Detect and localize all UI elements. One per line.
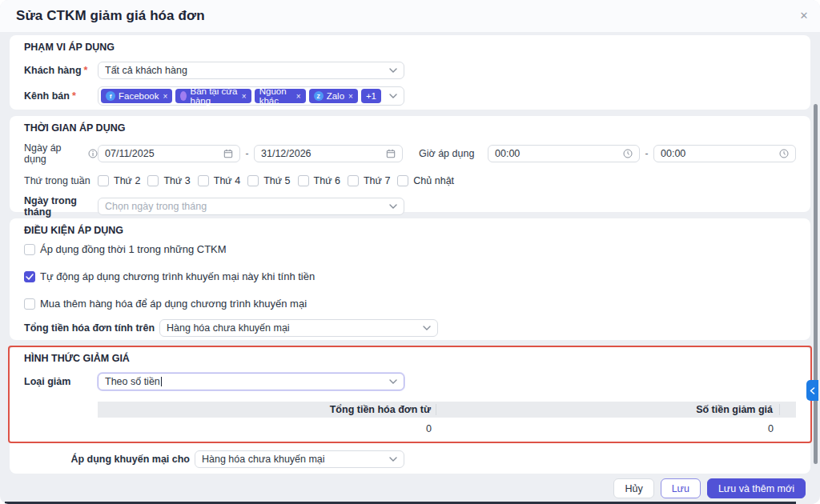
- cell-discount-amount[interactable]: 0: [436, 423, 780, 434]
- weekday-checkbox-sat[interactable]: Thứ 7: [348, 175, 390, 186]
- required-asterisk: *: [84, 65, 88, 76]
- weekday-checkbox-mon[interactable]: Thứ 2: [98, 175, 140, 186]
- column-header-discount-amount: Số tiền giảm giá: [436, 404, 780, 415]
- discount-section-title: HÌNH THỨC GIẢM GIÁ: [24, 353, 796, 364]
- modal-footer: Hủy Lưu Lưu và thêm mới: [14, 478, 806, 498]
- checkbox[interactable]: [247, 175, 259, 186]
- scope-section: PHẠM VI ÁP DỤNG Khách hàng* Tất cả khách…: [10, 35, 810, 110]
- info-icon[interactable]: [88, 149, 98, 158]
- hour-from-input[interactable]: 00:00: [488, 145, 640, 162]
- discount-section: HÌNH THỨC GIẢM GIÁ Loại giảm Theo số tiề…: [10, 346, 810, 474]
- apply-hour-label: Giờ áp dụng: [419, 148, 481, 159]
- condition-checkbox-auto-apply[interactable]: Tự động áp dụng chương trình khuyến mại …: [24, 270, 796, 282]
- weekday-checkbox-fri[interactable]: Thứ 6: [298, 175, 340, 186]
- apply-date-label: Ngày áp dụng: [24, 142, 98, 165]
- weekday-label: Thứ trong tuần: [24, 175, 98, 186]
- checkbox[interactable]: [298, 175, 309, 186]
- condition-checkbox-buy-more[interactable]: Mua thêm hàng hóa để áp dụng chương trìn…: [24, 298, 796, 310]
- chevron-down-icon: [389, 457, 397, 462]
- channel-tag-zalo[interactable]: Z Zalo ×: [309, 89, 358, 103]
- checkbox[interactable]: [397, 175, 408, 186]
- calendar-icon: [223, 149, 233, 158]
- checkbox[interactable]: [24, 244, 35, 255]
- channel-tag-other[interactable]: Nguồn khác ×: [255, 89, 306, 103]
- discount-tiers-table: Tổng tiền hóa đơn từ Số tiền giảm giá 0 …: [98, 402, 796, 440]
- weekday-checkbox-sun[interactable]: Chủ nhật: [397, 175, 454, 186]
- modal-header: Sửa CTKM giảm giá hóa đơn: [0, 0, 820, 32]
- table-row[interactable]: 0 0: [98, 418, 796, 440]
- modal-title: Sửa CTKM giảm giá hóa đơn: [16, 8, 205, 24]
- checkbox[interactable]: [98, 175, 109, 186]
- chevron-left-icon: [810, 387, 815, 394]
- channel-tag-facebook[interactable]: f Facebook ×: [101, 89, 172, 103]
- time-section-title: THỜI GIAN ÁP DỤNG: [24, 122, 796, 134]
- monthday-label: Ngày trong tháng: [24, 195, 98, 218]
- clock-icon: [623, 149, 633, 158]
- chevron-down-icon: [389, 94, 397, 98]
- table-header-row: Tổng tiền hóa đơn từ Số tiền giảm giá: [98, 402, 796, 418]
- customer-row: Khách hàng* Tất cả khách hàng: [24, 62, 796, 79]
- conditions-section: ĐIỀU KIỆN ÁP DỤNG Áp dụng đồng thời 1 tr…: [10, 218, 810, 340]
- chevron-down-icon: [389, 379, 397, 384]
- conditions-section-title: ĐIỀU KIỆN ÁP DỤNG: [24, 225, 796, 236]
- channel-multiselect[interactable]: f Facebook × Bán tại cửa hàng × Nguồn kh…: [98, 86, 404, 106]
- invoice-total-row: Tổng tiền hóa đơn tính trên Hàng hóa chư…: [24, 319, 796, 337]
- weekday-checkbox-thu[interactable]: Thứ 5: [247, 175, 290, 186]
- channel-tag-more[interactable]: +1: [361, 89, 381, 103]
- hour-range-separator: -: [640, 148, 653, 159]
- checkbox[interactable]: [24, 271, 35, 282]
- checkbox[interactable]: [348, 175, 359, 186]
- column-header-total-from: Tổng tiền hóa đơn từ: [98, 404, 436, 415]
- required-asterisk: *: [72, 90, 76, 102]
- hour-to-input[interactable]: 00:00: [653, 145, 796, 162]
- checkbox[interactable]: [147, 175, 159, 186]
- store-icon: [180, 91, 187, 101]
- date-from-input[interactable]: 07/11/2025: [98, 145, 240, 162]
- customer-label: Khách hàng*: [24, 65, 98, 76]
- condition-checkbox-concurrent[interactable]: Áp dụng đồng thời 1 trong những CTKM: [24, 243, 796, 255]
- discount-type-select[interactable]: Theo số tiền: [98, 373, 404, 390]
- clock-icon: [779, 149, 789, 158]
- column-header-spacer: [780, 404, 796, 415]
- time-section: THỜI GIAN ÁP DỤNG Ngày áp dụng 07/11/202…: [10, 116, 810, 212]
- collapse-panel-button[interactable]: [806, 380, 818, 401]
- invoice-total-select[interactable]: Hàng hóa chưa khuyến mại: [159, 319, 438, 337]
- customer-select[interactable]: Tất cả khách hàng: [98, 62, 404, 79]
- apply-to-row: Áp dụng khuyến mại cho Hàng hóa chưa khu…: [24, 450, 796, 468]
- chevron-down-icon: [389, 204, 397, 209]
- zalo-icon: Z: [314, 91, 324, 101]
- monthday-select[interactable]: Chọn ngày trong tháng: [98, 198, 404, 215]
- monthday-placeholder: Chọn ngày trong tháng: [105, 201, 384, 212]
- channel-tag-store[interactable]: Bán tại cửa hàng ×: [175, 89, 251, 103]
- facebook-icon: f: [106, 91, 115, 101]
- checkbox[interactable]: [24, 298, 35, 310]
- scope-section-title: PHẠM VI ÁP DỤNG: [24, 42, 796, 53]
- channel-row: Kênh bán* f Facebook × Bán tại cửa hàng …: [24, 86, 796, 106]
- remove-tag-icon[interactable]: ×: [296, 92, 301, 101]
- weekday-checkbox-tue[interactable]: Thứ 3: [147, 175, 190, 186]
- checkbox[interactable]: [198, 175, 209, 186]
- date-row: Ngày áp dụng 07/11/2025 - 31/12/2026 Giờ…: [24, 142, 796, 165]
- weekday-checkbox-wed[interactable]: Thứ 4: [198, 175, 240, 186]
- save-and-new-button[interactable]: Lưu và thêm mới: [707, 478, 806, 498]
- cancel-button[interactable]: Hủy: [613, 478, 653, 498]
- vertical-scrollbar[interactable]: [814, 104, 818, 464]
- chevron-down-icon: [389, 68, 397, 73]
- text-caret: [161, 377, 162, 386]
- customer-select-value: Tất cả khách hàng: [105, 65, 384, 76]
- remove-tag-icon[interactable]: ×: [348, 92, 353, 101]
- date-to-input[interactable]: 31/12/2026: [254, 145, 403, 162]
- weekday-row: Thứ trong tuần Thứ 2 Thứ 3 Thứ 4 Thứ 5 T…: [24, 175, 796, 186]
- remove-tag-icon[interactable]: ×: [163, 92, 168, 101]
- edit-promotion-modal: Sửa CTKM giảm giá hóa đơn ✕ PHẠM VI ÁP D…: [0, 0, 820, 504]
- apply-to-label: Áp dụng khuyến mại cho: [24, 454, 190, 465]
- calendar-icon: [386, 149, 396, 158]
- date-range-separator: -: [240, 148, 254, 159]
- apply-to-select[interactable]: Hàng hóa chưa khuyến mại: [195, 450, 404, 468]
- cell-total-from[interactable]: 0: [98, 423, 436, 434]
- remove-tag-icon[interactable]: ×: [242, 92, 247, 101]
- save-button[interactable]: Lưu: [661, 478, 701, 498]
- chevron-down-icon: [423, 326, 431, 330]
- close-icon[interactable]: ✕: [798, 10, 810, 22]
- monthday-row: Ngày trong tháng Chọn ngày trong tháng: [24, 195, 796, 218]
